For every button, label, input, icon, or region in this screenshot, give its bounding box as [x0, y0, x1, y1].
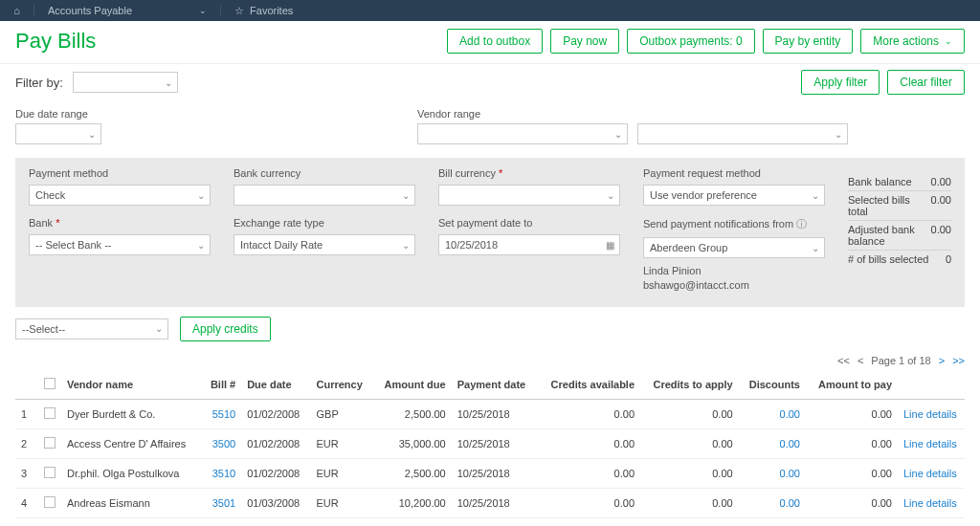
- bill-link[interactable]: 3500: [212, 438, 235, 449]
- vendor-cell: eMedia: [61, 517, 202, 526]
- module-dropdown[interactable]: Accounts Payable ⌄: [34, 5, 221, 16]
- module-label: Accounts Payable: [48, 5, 132, 16]
- col-credits-avail[interactable]: Credits available: [538, 370, 640, 400]
- bank-currency-label: Bank currency: [234, 167, 415, 179]
- filter-by-select[interactable]: [73, 72, 178, 93]
- apply-filter-button[interactable]: Apply filter: [801, 70, 880, 95]
- page-title: Pay Bills: [15, 29, 96, 54]
- col-vendor[interactable]: Vendor name: [61, 370, 202, 400]
- payment-request-method-select[interactable]: Use vendor preference: [643, 185, 825, 206]
- add-to-outbox-button[interactable]: Add to outbox: [447, 29, 543, 54]
- discounts-link[interactable]: 0.00: [780, 468, 800, 479]
- favorites-link[interactable]: ☆ Favorites: [221, 5, 306, 17]
- table-row: 2Access Centre D' Affaires350001/02/2008…: [15, 428, 965, 458]
- row-checkbox[interactable]: [44, 437, 56, 449]
- line-details-link[interactable]: Line details: [903, 438, 957, 449]
- bill-link[interactable]: 3510: [212, 468, 235, 479]
- table-row: 4Andreas Eismann350101/03/2008EUR10,200.…: [15, 488, 965, 517]
- notifications-from-label: Send payment notifications from ⓘ: [643, 217, 825, 231]
- bank-label: Bank: [29, 217, 211, 229]
- bills-table: Vendor name Bill # Due date Currency Amo…: [15, 370, 965, 526]
- vendor-cell: Andreas Eismann: [61, 488, 202, 517]
- due-date-range-select[interactable]: [15, 123, 101, 144]
- help-icon[interactable]: ⓘ: [796, 218, 807, 230]
- exchange-rate-label: Exchange rate type: [234, 217, 415, 229]
- notifications-from-select[interactable]: Aberdeen Group: [643, 237, 825, 258]
- chevron-down-icon: ⌄: [945, 36, 952, 46]
- outbox-payments-button[interactable]: Outbox payments: 0: [627, 29, 754, 54]
- row-checkbox[interactable]: [44, 467, 56, 478]
- set-payment-date-label: Set payment date to: [438, 217, 620, 229]
- table-row: 3Dr.phil. Olga Postulkova351001/02/2008E…: [15, 458, 965, 488]
- col-currency[interactable]: Currency: [311, 370, 373, 400]
- apply-credits-button[interactable]: Apply credits: [180, 317, 271, 341]
- summary-panel: Bank balance0.00 Selected bills total0.0…: [848, 167, 951, 294]
- row-checkbox[interactable]: [44, 407, 56, 419]
- vendor-range-to-select[interactable]: [637, 123, 848, 144]
- discounts-link[interactable]: 0.00: [780, 408, 800, 420]
- col-credits-apply[interactable]: Credits to apply: [640, 370, 739, 400]
- pager-last[interactable]: >>: [952, 355, 965, 366]
- payment-method-label: Payment method: [29, 167, 211, 179]
- pay-now-button[interactable]: Pay now: [550, 29, 619, 54]
- bank-currency-select[interactable]: [234, 185, 415, 206]
- more-actions-button[interactable]: More actions ⌄: [860, 29, 965, 54]
- bill-currency-label: Bill currency: [438, 167, 620, 179]
- col-due[interactable]: Due date: [241, 370, 310, 400]
- table-row: 1Dyer Burdett & Co.551001/02/2008GBP2,50…: [15, 399, 965, 428]
- select-all-checkbox[interactable]: [44, 378, 56, 389]
- bill-link[interactable]: 3501: [212, 497, 235, 509]
- col-amount-pay[interactable]: Amount to pay: [806, 370, 898, 400]
- credits-select[interactable]: --Select--: [15, 318, 168, 340]
- table-row: 5eMedia551101/03/2008GBP12,394.0010/25/2…: [15, 517, 965, 526]
- pager-prev[interactable]: <: [858, 355, 863, 366]
- row-checkbox[interactable]: [44, 496, 56, 508]
- due-date-range-label: Due date range: [15, 108, 101, 120]
- vendor-range-label: Vendor range: [417, 108, 848, 120]
- pager-text: Page 1 of 18: [871, 355, 930, 366]
- payment-method-select[interactable]: Check: [29, 185, 211, 206]
- chevron-down-icon: ⌄: [199, 6, 207, 15]
- bill-link[interactable]: 5510: [212, 408, 235, 420]
- favorites-label: Favorites: [250, 5, 293, 16]
- bill-currency-select[interactable]: [438, 185, 620, 206]
- vendor-range-from-select[interactable]: [417, 123, 628, 144]
- pager-next[interactable]: >: [939, 355, 945, 366]
- col-payment-date[interactable]: Payment date: [452, 370, 538, 400]
- payment-request-method-label: Payment request method: [643, 167, 825, 179]
- line-details-link[interactable]: Line details: [903, 408, 957, 420]
- col-bill[interactable]: Bill #: [202, 370, 241, 400]
- discounts-link[interactable]: 0.00: [780, 497, 800, 509]
- notification-contact: Linda Pinion bshawgo@intacct.com: [643, 264, 825, 294]
- pay-by-entity-button[interactable]: Pay by entity: [763, 29, 854, 54]
- vendor-cell: Dr.phil. Olga Postulkova: [61, 458, 202, 488]
- filter-by-label: Filter by:: [15, 76, 63, 90]
- line-details-link[interactable]: Line details: [903, 497, 957, 509]
- set-payment-date-input[interactable]: 10/25/2018: [438, 234, 620, 255]
- bank-select[interactable]: -- Select Bank --: [29, 234, 211, 255]
- pager-first[interactable]: <<: [837, 355, 850, 366]
- col-amount-due[interactable]: Amount due: [373, 370, 452, 400]
- star-icon: ☆: [234, 5, 244, 17]
- clear-filter-button[interactable]: Clear filter: [887, 70, 965, 95]
- col-discounts[interactable]: Discounts: [739, 370, 806, 400]
- home-icon[interactable]: ⌂: [0, 5, 34, 16]
- vendor-cell: Dyer Burdett & Co.: [61, 399, 202, 428]
- exchange-rate-select[interactable]: Intacct Daily Rate: [234, 234, 415, 255]
- vendor-cell: Access Centre D' Affaires: [61, 428, 202, 458]
- line-details-link[interactable]: Line details: [903, 468, 957, 479]
- discounts-link[interactable]: 0.00: [780, 438, 800, 449]
